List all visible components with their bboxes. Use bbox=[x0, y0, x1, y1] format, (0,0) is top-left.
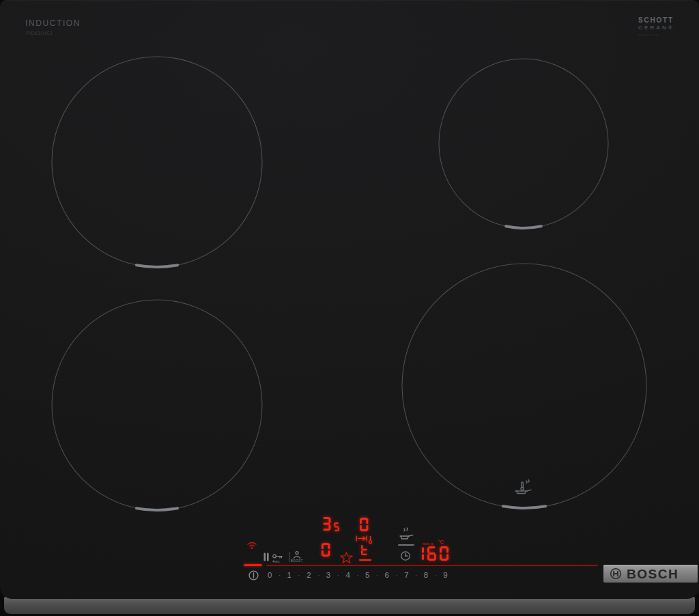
level-separator-dot: · bbox=[279, 572, 281, 578]
timer-unit-label: min s bbox=[423, 542, 433, 546]
power-slider-active-segment[interactable] bbox=[244, 564, 262, 566]
power-level-5[interactable]: 5 bbox=[365, 571, 369, 579]
level-separator-dot: · bbox=[298, 572, 300, 578]
zone-marker-front-right bbox=[503, 506, 545, 508]
power-level-2[interactable]: 2 bbox=[306, 571, 311, 579]
zone-ring-front-right bbox=[402, 264, 646, 508]
power-slider-track[interactable] bbox=[266, 565, 598, 566]
level-separator-dot: · bbox=[356, 572, 358, 578]
cooking-zones bbox=[0, 0, 699, 599]
timer-display bbox=[415, 546, 453, 563]
schott-line1: SCHOTT bbox=[638, 16, 674, 24]
model-number: PIE631HC1 bbox=[26, 31, 53, 36]
power-level-8[interactable]: 8 bbox=[424, 571, 428, 579]
wifi-icon bbox=[246, 540, 257, 550]
level-separator-dot: · bbox=[317, 572, 319, 578]
display-front-left bbox=[322, 543, 334, 559]
clock-icon[interactable] bbox=[400, 550, 411, 561]
induction-label: INDUCTION bbox=[25, 18, 81, 28]
fry-sensor-select-line bbox=[398, 544, 414, 546]
power-level-0[interactable]: 0 bbox=[268, 571, 272, 579]
bosch-logo-badge: BOSCH bbox=[603, 565, 698, 583]
key-lock-icon[interactable] bbox=[272, 553, 283, 559]
display-rear-left bbox=[322, 517, 334, 533]
boost-chef-icon[interactable] bbox=[293, 551, 301, 559]
power-level-6[interactable]: 6 bbox=[385, 571, 389, 579]
bosch-emblem-icon bbox=[610, 568, 622, 580]
boost-label: BOOST bbox=[291, 559, 303, 563]
schott-ceran-logo: SCHOTT CERAN® 900 5730 756 bbox=[638, 16, 674, 37]
zone-ring-rear-right bbox=[439, 59, 608, 228]
level-separator-dot: · bbox=[376, 572, 378, 578]
schott-line2: CERAN® bbox=[638, 25, 674, 31]
display-rear-right bbox=[360, 518, 372, 534]
level-separator-dot: · bbox=[337, 572, 339, 578]
level-separator-dot: · bbox=[415, 572, 417, 578]
power-icon[interactable] bbox=[248, 570, 259, 581]
power-level-7[interactable]: 7 bbox=[404, 571, 408, 579]
level-separator-dot: · bbox=[396, 572, 398, 578]
power-level-9[interactable]: 9 bbox=[443, 571, 447, 579]
glass-surface: INDUCTION PIE631HC1 SCHOTT CERAN® 900 57… bbox=[0, 0, 699, 599]
front-trim bbox=[4, 597, 695, 614]
zone-marker-rear-right bbox=[506, 226, 541, 228]
display-front-right-glyph bbox=[361, 544, 371, 558]
zone-ring-front-left bbox=[52, 300, 262, 510]
temp-unit-label: °C bbox=[438, 539, 444, 545]
power-level-1[interactable]: 1 bbox=[287, 571, 291, 579]
pause-icon[interactable] bbox=[263, 552, 269, 561]
key-lock-label: 4sec bbox=[272, 560, 280, 563]
level-separator-dot: · bbox=[435, 572, 437, 578]
zone-marker-rear-left bbox=[137, 265, 177, 267]
key-divider bbox=[289, 552, 290, 562]
fry-sensor-zone-icon bbox=[515, 480, 531, 494]
power-level-scale[interactable]: 0·1·2·3·4·5·6·7·8·9 bbox=[268, 570, 448, 580]
zone-ring-rear-left bbox=[52, 57, 262, 267]
induction-cooktop: INDUCTION PIE631HC1 SCHOTT CERAN® 900 57… bbox=[0, 0, 699, 616]
fry-sensor-pan-icon[interactable] bbox=[399, 527, 414, 542]
bosch-logo-text: BOSCH bbox=[627, 568, 679, 580]
star-icon[interactable] bbox=[340, 552, 353, 564]
power-level-4[interactable]: 4 bbox=[345, 571, 350, 579]
display-rear-left-half-step bbox=[334, 522, 342, 534]
schott-code: 900 5730 756 bbox=[638, 33, 674, 37]
pan-transfer-thermometer-icon bbox=[356, 535, 374, 544]
power-level-3[interactable]: 3 bbox=[326, 571, 330, 579]
zone-marker-front-left bbox=[137, 508, 177, 510]
